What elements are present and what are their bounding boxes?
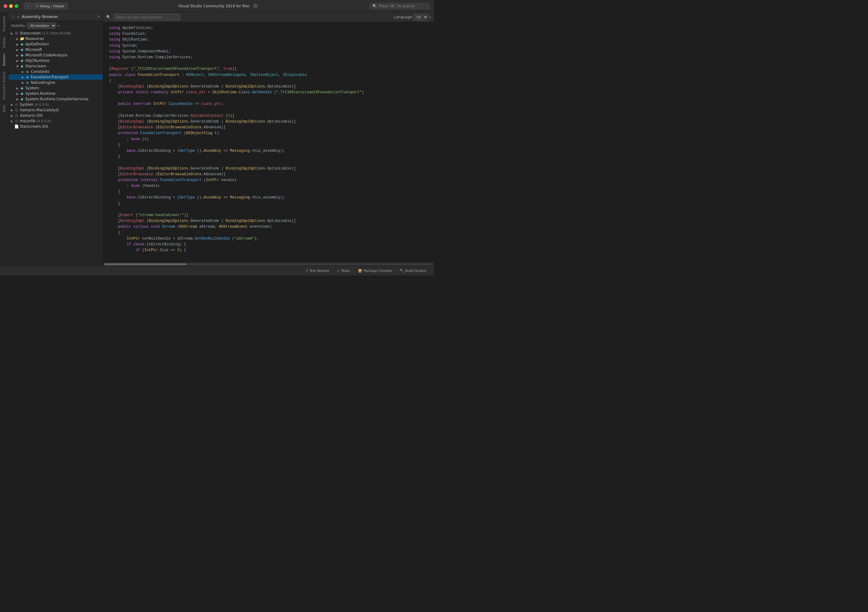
tree-label: Resources: [25, 37, 44, 41]
language-label: Language: [394, 15, 412, 19]
tree-arrow: ▶: [21, 81, 25, 84]
test-results-label: Test Results: [309, 269, 329, 273]
tree-item-xamarin-ios[interactable]: ▶ ⊙ Xamarin.iOS: [9, 113, 103, 118]
tree-item-objcruntime[interactable]: ▶ ◆ ObjCRuntime: [9, 58, 103, 63]
status-package-console[interactable]: 📦 Package Console: [354, 266, 396, 275]
language-selector: Language C# ▾: [394, 14, 431, 20]
code-editor: 🔍 Language C# ▾ using ApiDefinition; usi…: [103, 12, 434, 266]
tree-arrow: ▶: [15, 59, 20, 62]
sidebar-icon-panel: Properties Toolbox Solution Document Out…: [0, 12, 9, 266]
panel-close-button[interactable]: ×: [97, 14, 100, 19]
tree-label: Microsoft: [25, 48, 42, 52]
package-icon: 📦: [358, 269, 362, 273]
sidebar-item-properties[interactable]: Properties: [1, 13, 7, 34]
titlebar: ‹ ▷ Debug › Default Visual Studio Commun…: [0, 0, 434, 12]
tree-label: Microsoft.CodeAnalysis: [25, 53, 68, 57]
app-title: Visual Studio Community 2019 for Mac: [178, 4, 250, 8]
tree-item-apidefinition[interactable]: ▶ ◆ ApiDefinition: [9, 42, 103, 47]
tree-item-system-400[interactable]: ▶ ⊙ System (4.0.0.0): [9, 102, 103, 107]
tree-arrow: ▶: [10, 119, 14, 123]
build-output-label: Build Output: [405, 269, 426, 273]
code-scroll[interactable]: using ApiDefinition; using Foundation; u…: [103, 22, 434, 262]
debug-label: Debug: [40, 4, 50, 8]
tree-item-nativeengine[interactable]: ▶ ◈ NativeEngine: [9, 80, 103, 85]
diamond-icon: ◆: [20, 97, 25, 101]
tree-item-microsoft-codeanalysis[interactable]: ▶ ◆ Microsoft.CodeAnalysis: [9, 53, 103, 58]
tree-label: Starscream (1.0.7934.26196): [20, 31, 71, 36]
tree-label: System.Runtime.CompilerServices: [25, 97, 88, 101]
tree-label: Starscream.iOS: [20, 124, 48, 128]
nav-back-button[interactable]: ‹: [24, 3, 32, 9]
tree-item-starscream-root[interactable]: ▶ ⊙ Starscream (1.0.7934.26196): [9, 31, 103, 36]
scrollbar-track[interactable]: [104, 263, 433, 265]
tree-item-xamarin-maccatalyst[interactable]: ▶ ⊙ Xamarin.MacCatalyst: [9, 107, 103, 113]
tree-arrow: ▶: [21, 70, 25, 73]
sidebar-item-tests[interactable]: Tests: [1, 102, 7, 115]
tree-arrow: ▼: [15, 65, 20, 68]
status-tasks[interactable]: ✓ Tasks: [333, 266, 354, 275]
assembly-icon: ⊙: [14, 113, 19, 117]
global-search[interactable]: 🔍 Press '⌘.' to search: [369, 3, 430, 9]
tree-item-mscorlib[interactable]: ▶ ⊙ mscorlib (4.0.0.0): [9, 118, 103, 124]
tree-item-constants[interactable]: ▶ ◈ Constants: [9, 69, 103, 74]
panel-back-button[interactable]: ‹: [12, 14, 15, 19]
debug-button[interactable]: ▷ Debug › Default: [33, 3, 67, 9]
assembly-icon: ⊙: [14, 119, 19, 123]
main-layout: Properties Toolbox Solution Document Out…: [0, 12, 434, 266]
tree-label: Starscream: [25, 64, 46, 68]
scrollbar-thumb[interactable]: [104, 263, 186, 265]
tree-view[interactable]: ▶ ⊙ Starscream (1.0.7934.26196) ▶ 📁 Reso…: [9, 31, 103, 266]
tree-label: System: [25, 86, 39, 90]
search-types-input[interactable]: [113, 14, 180, 20]
visibility-select[interactable]: All members: [27, 23, 56, 29]
assembly-panel: ‹ › Assembly Browser × Visibility All me…: [9, 12, 103, 266]
panel-header: ‹ › Assembly Browser ×: [9, 12, 103, 21]
code-content: using ApiDefinition; using Foundation; u…: [103, 25, 434, 253]
tree-label: ApiDefinition: [25, 42, 49, 46]
tree-arrow: ▶: [15, 48, 20, 51]
status-test-results[interactable]: ⚡ Test Results: [302, 266, 333, 275]
tree-label: ObjCRuntime: [25, 59, 50, 63]
folder-icon: 📁: [20, 37, 25, 41]
package-console-label: Package Console: [364, 269, 392, 273]
tree-item-system-runtime[interactable]: ▶ ◆ System.Runtime: [9, 91, 103, 96]
tree-arrow: ▶: [15, 54, 20, 57]
tree-label: Xamarin.MacCatalyst: [20, 108, 59, 112]
tree-item-resources[interactable]: ▶ 📁 Resources: [9, 36, 103, 42]
tree-label: Constants: [31, 70, 49, 74]
tree-label: mscorlib (4.0.0.0): [20, 119, 51, 123]
tree-item-starscream-ios[interactable]: 📄 Starscream.iOS: [9, 124, 103, 129]
minimize-button[interactable]: [9, 4, 13, 8]
tree-item-microsoft[interactable]: ▶ ◆ Microsoft: [9, 47, 103, 53]
diamond-icon: ◆: [20, 64, 25, 68]
assembly-icon: ⊙: [14, 102, 19, 107]
tree-label: NativeEngine: [31, 80, 55, 85]
close-button[interactable]: [4, 4, 7, 8]
tree-item-starscream-ns[interactable]: ▼ ◆ Starscream: [9, 63, 103, 69]
info-button[interactable]: ⓘ: [253, 3, 258, 9]
language-select[interactable]: C#: [413, 14, 428, 20]
diamond-icon: ◆: [20, 53, 25, 57]
panel-title: Assembly Browser: [22, 14, 58, 19]
status-build-output[interactable]: 🔨 Build Output: [396, 266, 430, 275]
sidebar-item-solution[interactable]: Solution: [1, 51, 7, 69]
language-dropdown-arrow: ▾: [429, 15, 431, 19]
class-icon: ◈: [25, 70, 30, 74]
tree-label: System.Runtime: [25, 91, 56, 96]
default-label: Default: [53, 4, 64, 8]
code-horizontal-scrollbar[interactable]: [103, 262, 434, 266]
search-left: 🔍: [106, 14, 180, 20]
tree-item-system-runtime-compilerservices[interactable]: ▶ ◆ System.Runtime.CompilerServices: [9, 96, 103, 102]
maximize-button[interactable]: [15, 4, 18, 8]
search-icon: 🔍: [106, 15, 111, 19]
titlebar-center: Visual Studio Community 2019 for Mac ⓘ: [70, 3, 366, 9]
search-icon: 🔍: [372, 4, 377, 8]
tree-arrow: ▶: [10, 114, 14, 117]
tree-item-system[interactable]: ▶ ◆ System: [9, 85, 103, 91]
tree-item-foundationtransport[interactable]: ▶ ◈ FoundationTransport: [9, 74, 103, 80]
panel-forward-button[interactable]: ›: [17, 14, 20, 19]
sidebar-item-toolbox[interactable]: Toolbox: [1, 34, 7, 51]
tree-arrow: ▶: [21, 76, 25, 79]
lightning-icon: ⚡: [305, 269, 308, 273]
sidebar-item-document-outline[interactable]: Document Outline: [1, 69, 7, 102]
